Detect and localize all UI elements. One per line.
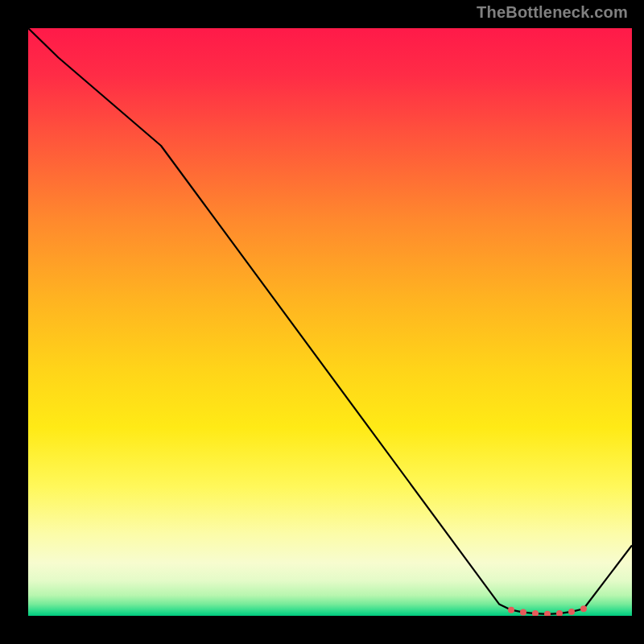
plot-area [28, 28, 632, 616]
marker-dot [508, 607, 514, 613]
chart-overlay [28, 28, 632, 616]
marker-dot [520, 609, 526, 616]
curve-line [28, 28, 632, 614]
marker-dot [568, 609, 575, 615]
marker-dot [532, 610, 539, 616]
watermark-text: TheBottleneck.com [477, 3, 628, 22]
marker-dot [556, 610, 563, 616]
marker-dot [580, 605, 587, 612]
chart-container: TheBottleneck.com [0, 0, 644, 644]
marker-dot [544, 611, 551, 616]
